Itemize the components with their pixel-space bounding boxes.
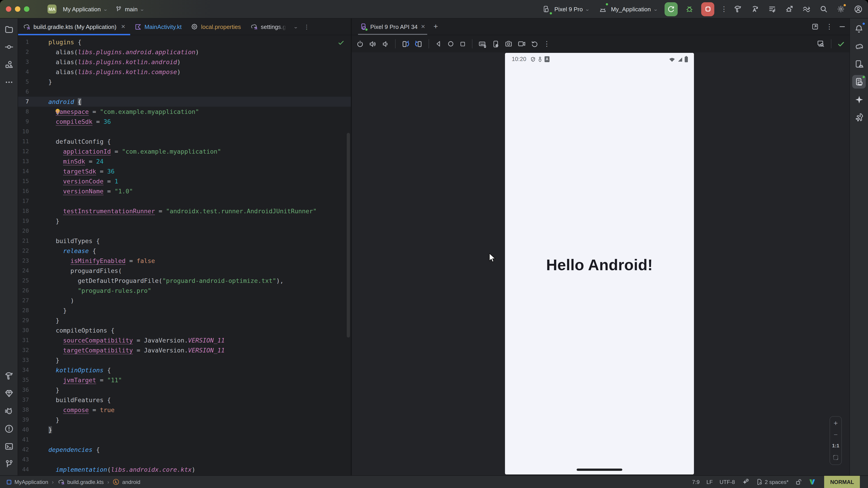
attach-debugger-button[interactable] xyxy=(784,4,795,14)
tool-device-manager[interactable] xyxy=(852,57,866,71)
close-window-button[interactable] xyxy=(6,6,11,12)
code-line[interactable]: 11 defaultConfig { xyxy=(18,136,351,147)
tool-notifications[interactable] xyxy=(852,22,866,36)
code-line[interactable]: 36 } xyxy=(18,385,351,395)
code-line[interactable]: 13 minSdk = 24 xyxy=(18,156,351,166)
code-line[interactable]: 5} xyxy=(18,77,351,87)
emulator-display-area[interactable]: 10:20 A Hello Android! xyxy=(352,53,849,475)
code-line[interactable]: 32 targetCompatibility = JavaVersion.VER… xyxy=(18,345,351,355)
toolbar-more-kebab[interactable]: ⋮ xyxy=(544,41,549,46)
tool-app-quality-insights[interactable] xyxy=(852,110,866,124)
code-line[interactable]: 6 xyxy=(18,87,351,97)
inspections-ok-check-icon[interactable] xyxy=(338,39,344,46)
tool-more[interactable] xyxy=(2,75,16,89)
code-line[interactable]: 37 buildFeatures { xyxy=(18,395,351,405)
hide-panel-icon[interactable] xyxy=(839,23,846,30)
rerun-button[interactable] xyxy=(664,2,678,16)
code-line[interactable]: 42dependencies { xyxy=(18,445,351,455)
minimize-window-button[interactable] xyxy=(15,6,20,12)
code-line[interactable]: 43 xyxy=(18,455,351,464)
open-in-window-icon[interactable] xyxy=(811,23,819,30)
ideavim-widget[interactable] xyxy=(809,479,816,485)
breadcrumb-file[interactable]: build.gradle.kts xyxy=(57,478,103,486)
fit-to-window-icon[interactable] xyxy=(832,454,839,461)
zoom-in-button[interactable]: + xyxy=(834,420,838,427)
tab-options-kebab[interactable]: ⋮ xyxy=(301,19,313,35)
code-editor[interactable]: 1plugins {2 alias(libs.plugins.android.a… xyxy=(18,35,351,475)
code-line[interactable]: 33 } xyxy=(18,355,351,365)
back-icon[interactable] xyxy=(435,40,442,47)
device-selector[interactable]: Pixel 9 Pro ⌄ xyxy=(541,4,589,14)
volume-up-icon[interactable] xyxy=(369,40,377,48)
code-line[interactable]: 41 xyxy=(18,435,351,445)
code-line[interactable]: 35 jvmTarget = "11" xyxy=(18,375,351,385)
settings-button[interactable] xyxy=(835,4,846,14)
code-line[interactable]: 27 ) xyxy=(18,295,351,305)
overview-icon[interactable] xyxy=(459,40,466,47)
code-line[interactable]: 3 alias(libs.plugins.kotlin.android) xyxy=(18,57,351,67)
code-line[interactable]: 22 release { xyxy=(18,246,351,256)
tool-logcat[interactable] xyxy=(2,404,16,418)
code-line[interactable]: 28 } xyxy=(18,305,351,315)
code-line[interactable]: 29 } xyxy=(18,315,351,325)
code-line[interactable]: 30 compileOptions { xyxy=(18,325,351,335)
code-line[interactable]: 38 compose = true xyxy=(18,405,351,415)
panel-options-kebab[interactable]: ⋮ xyxy=(826,24,831,29)
more-run-options-kebab[interactable]: ⋮ xyxy=(721,7,726,11)
profile-button[interactable] xyxy=(852,4,864,14)
code-line[interactable]: 1plugins { xyxy=(18,37,351,47)
close-icon[interactable]: ✕ xyxy=(421,24,426,30)
tool-gemini[interactable] xyxy=(852,93,866,106)
search-everywhere-button[interactable] xyxy=(818,4,829,14)
indent-indicator[interactable]: 2 spaces* xyxy=(756,479,788,485)
zoom-level-label[interactable]: 1:1 xyxy=(832,443,839,448)
reset-icon[interactable] xyxy=(531,40,538,48)
close-icon[interactable]: ✕ xyxy=(121,24,125,30)
code-line[interactable]: 39 } xyxy=(18,415,351,425)
code-line[interactable]: 21 buildTypes { xyxy=(18,236,351,246)
zoom-window-button[interactable] xyxy=(24,6,29,12)
code-line[interactable]: 4 alias(libs.plugins.kotlin.compose) xyxy=(18,67,351,77)
hidden-tabs-chevron[interactable]: ⌄ xyxy=(290,19,301,35)
tool-build[interactable] xyxy=(2,369,16,383)
code-line[interactable]: 31 sourceCompatibility = JavaVersion.VER… xyxy=(18,335,351,345)
volume-down-icon[interactable] xyxy=(381,40,389,48)
tool-problems[interactable] xyxy=(2,422,16,435)
code-line[interactable]: 2 alias(libs.plugins.android.application… xyxy=(18,47,351,57)
ai-completion-status[interactable] xyxy=(742,478,749,486)
gesture-navigation-handle[interactable] xyxy=(577,468,622,471)
screenshot-camera-icon[interactable] xyxy=(504,40,513,48)
apply-changes-button[interactable] xyxy=(749,4,761,14)
code-line[interactable]: 19 } xyxy=(18,216,351,226)
device-settings-icon[interactable] xyxy=(492,40,500,48)
tool-running-devices[interactable] xyxy=(852,75,866,89)
code-line[interactable]: 8 namespace = "com.example.myapplication… xyxy=(18,107,351,117)
tab-local-properties[interactable]: local.properties xyxy=(186,19,245,35)
tool-commit[interactable] xyxy=(2,40,16,54)
tab-settings-gradle[interactable]: settings.g xyxy=(246,19,290,35)
code-line[interactable]: 25 getDefaultProguardFile("proguard-andr… xyxy=(18,275,351,286)
code-line[interactable]: 12 applicationId = "com.example.myapplic… xyxy=(18,147,351,156)
tool-structure[interactable] xyxy=(2,58,16,71)
code-line[interactable]: 20 xyxy=(18,226,351,236)
hardware-input-icon[interactable] xyxy=(478,39,487,48)
code-line[interactable]: 15 versionCode = 1 xyxy=(18,176,351,186)
rotate-left-icon[interactable] xyxy=(401,40,410,48)
run-configuration-selector[interactable]: My_Application ⌄ xyxy=(597,4,657,14)
code-line[interactable]: 17 xyxy=(18,196,351,206)
zoom-select-icon[interactable] xyxy=(817,40,825,48)
code-line[interactable]: 34 kotlinOptions { xyxy=(18,365,351,375)
zoom-out-button[interactable]: − xyxy=(834,432,838,437)
add-device-tab-button[interactable]: + xyxy=(434,22,438,31)
stop-button[interactable] xyxy=(701,2,714,16)
device-tab[interactable]: Pixel 9 Pro API 34 ✕ xyxy=(358,19,427,35)
home-icon[interactable] xyxy=(447,40,454,47)
code-line[interactable]: 7android { xyxy=(18,97,351,107)
encoding-indicator[interactable]: UTF-8 xyxy=(719,479,735,485)
code-line[interactable]: 9 compileSdk = 36 xyxy=(18,117,351,127)
code-line[interactable]: 14 targetSdk = 36 xyxy=(18,166,351,176)
tool-project[interactable] xyxy=(2,23,16,36)
tool-gradle[interactable] xyxy=(852,40,866,53)
code-line[interactable]: 26 "proguard-rules.pro" xyxy=(18,286,351,295)
code-line[interactable]: 18 testInstrumentationRunner = "androidx… xyxy=(18,206,351,216)
